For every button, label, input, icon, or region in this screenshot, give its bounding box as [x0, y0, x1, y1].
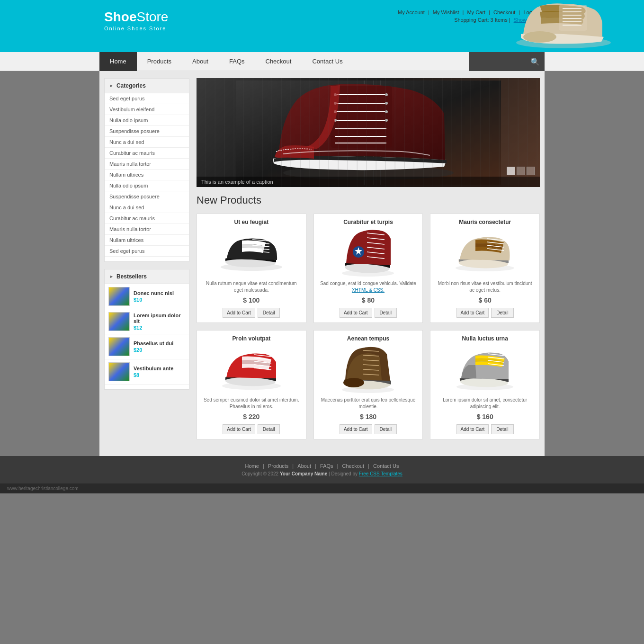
slide-dot-3[interactable]: [527, 167, 535, 175]
bestseller-price-4: $8: [134, 372, 173, 378]
detail-3[interactable]: Detail: [491, 308, 514, 318]
list-item[interactable]: Nunc a dui sed: [105, 202, 189, 213]
product-actions-2: Add to Cart Detail: [319, 308, 418, 318]
nav-about[interactable]: About: [182, 52, 219, 71]
list-item[interactable]: Nunc a dui sed: [105, 137, 189, 148]
product-name-2: Curabitur et turpis: [319, 219, 418, 225]
product-price-4: $ 220: [202, 413, 301, 420]
list-item[interactable]: Nulla odio ipsum: [105, 180, 189, 191]
list-item[interactable]: Mauris nulla tortor: [105, 224, 189, 235]
logo-area: ShoeStore Online Shoes Store: [104, 9, 168, 31]
section-title: New Products: [197, 194, 540, 206]
bestseller-item: Phasellus ut dui $20: [105, 334, 189, 359]
svg-point-1: [523, 31, 556, 43]
search-icon[interactable]: 🔍: [530, 57, 540, 66]
add-to-cart-4[interactable]: Add to Cart: [223, 424, 255, 434]
bestseller-name-2[interactable]: Lorem ipsum dolor sit: [134, 313, 185, 324]
footer-products[interactable]: Products: [268, 463, 288, 469]
svg-point-23: [385, 93, 388, 96]
product-name-4: Proin volutpat: [202, 335, 301, 342]
svg-point-29: [385, 119, 388, 122]
detail-1[interactable]: Detail: [258, 308, 280, 318]
list-item[interactable]: Nullam ultrices: [105, 235, 189, 246]
product-card-5: Aenean tempus: [313, 330, 423, 439]
product-desc-4: Sed semper euismod dolor sit amet interd…: [202, 397, 301, 410]
slideshow: This is an example of a caption: [197, 78, 540, 187]
product-img-5: [319, 346, 418, 393]
list-item[interactable]: Suspendisse posuere: [105, 126, 189, 137]
sidebar: ► Categories Sed eget purus Vestibulum e…: [99, 78, 189, 397]
nav-checkout[interactable]: Checkout: [255, 52, 302, 71]
product-desc-1: Nulla rutrum neque vitae erat condimentu…: [202, 280, 301, 294]
slide-dot-1[interactable]: [507, 167, 515, 175]
product-img-1: [202, 229, 301, 277]
product-price-3: $ 60: [435, 296, 535, 304]
product-card-4: Proin volutpat: [197, 330, 306, 439]
list-item[interactable]: Nullam ultrices: [105, 170, 189, 180]
add-to-cart-5[interactable]: Add to Cart: [340, 424, 372, 434]
my-cart-link[interactable]: My Cart: [467, 9, 485, 15]
categories-list: Sed eget purus Vestibulum eleifend Nulla…: [105, 93, 189, 257]
product-card-2: Curabitur et turpis: [313, 214, 423, 323]
product-img-2: [319, 229, 418, 277]
bestseller-info-4: Vestibulum ante $8: [134, 366, 173, 378]
slideshow-caption: This is an example of a caption: [197, 177, 540, 187]
bestseller-thumb-3: [108, 337, 130, 356]
my-wishlist-link[interactable]: My Wishlist: [433, 9, 459, 15]
nav-home[interactable]: Home: [99, 52, 137, 71]
bestsellers-triangle: ►: [109, 274, 114, 279]
add-to-cart-1[interactable]: Add to Cart: [223, 308, 255, 318]
product-img-4: [202, 346, 301, 393]
list-item[interactable]: Suspendisse posuere: [105, 191, 189, 202]
bestseller-name-3[interactable]: Phasellus ut dui: [134, 340, 173, 346]
product-desc-5: Maecenas porttitor erat quis leo pellent…: [319, 397, 418, 410]
detail-6[interactable]: Detail: [491, 424, 514, 434]
footer-faqs[interactable]: FAQs: [320, 463, 333, 469]
footer-contact[interactable]: Contact Us: [373, 463, 399, 469]
detail-2[interactable]: Detail: [375, 308, 397, 318]
bestseller-name-1[interactable]: Donec nunc nisl: [134, 290, 174, 296]
xhtml-link[interactable]: XHTML & CSS.: [352, 287, 385, 293]
list-item[interactable]: Sed eget purus: [105, 246, 189, 257]
list-item[interactable]: Mauris nulla tortor: [105, 159, 189, 170]
bestseller-name-4[interactable]: Vestibulum ante: [134, 366, 173, 371]
nav-bar-inner: Home Products About FAQs Checkout Contac…: [99, 52, 545, 71]
footer-about[interactable]: About: [297, 463, 311, 469]
add-to-cart-6[interactable]: Add to Cart: [456, 424, 489, 434]
detail-4[interactable]: Detail: [258, 424, 280, 434]
list-item[interactable]: Sed eget purus: [105, 93, 189, 104]
svg-rect-14: [331, 86, 392, 148]
list-item[interactable]: Curabitur ac mauris: [105, 213, 189, 224]
product-actions-6: Add to Cart Detail: [435, 424, 535, 434]
product-name-3: Mauris consectetur: [435, 219, 535, 225]
nav-products[interactable]: Products: [137, 52, 182, 71]
categories-title: ► Categories: [105, 79, 189, 93]
categories-section: ► Categories Sed eget purus Vestibulum e…: [104, 78, 189, 262]
footer-home[interactable]: Home: [245, 463, 259, 469]
detail-5[interactable]: Detail: [375, 424, 397, 434]
product-price-6: $ 160: [435, 413, 535, 420]
add-to-cart-2[interactable]: Add to Cart: [340, 308, 372, 318]
slide-dot-2[interactable]: [517, 167, 525, 175]
bestsellers-title: ► Bestsellers: [105, 269, 189, 284]
product-card-1: Ut eu feugiat: [197, 214, 306, 323]
product-name-1: Ut eu feugiat: [202, 219, 301, 225]
nav-contact[interactable]: Contact Us: [302, 52, 353, 71]
product-price-5: $ 180: [319, 413, 418, 420]
list-item[interactable]: Curabitur ac mauris: [105, 148, 189, 159]
designer-link[interactable]: Free CSS Templates: [359, 471, 402, 476]
nav-faqs[interactable]: FAQs: [219, 52, 255, 71]
product-actions-5: Add to Cart Detail: [319, 424, 418, 434]
add-to-cart-3[interactable]: Add to Cart: [456, 308, 489, 318]
bestseller-thumb-1: [108, 287, 130, 306]
list-item[interactable]: Nulla odio ipsum: [105, 115, 189, 126]
site-url: www.heritagechristiancollege.com: [7, 486, 79, 491]
list-item[interactable]: Vestibulum eleifend: [105, 104, 189, 115]
footer-links: Home | Products | About | FAQs | Checkou…: [7, 463, 637, 469]
bestsellers-section: ► Bestsellers Donec nunc nisl $10 Lorem …: [104, 269, 189, 390]
product-actions-4: Add to Cart Detail: [202, 424, 301, 434]
my-account-link[interactable]: My Account: [398, 9, 425, 15]
svg-point-63: [343, 378, 364, 387]
footer-checkout[interactable]: Checkout: [342, 463, 364, 469]
company-name: Your Company Name: [280, 471, 327, 476]
